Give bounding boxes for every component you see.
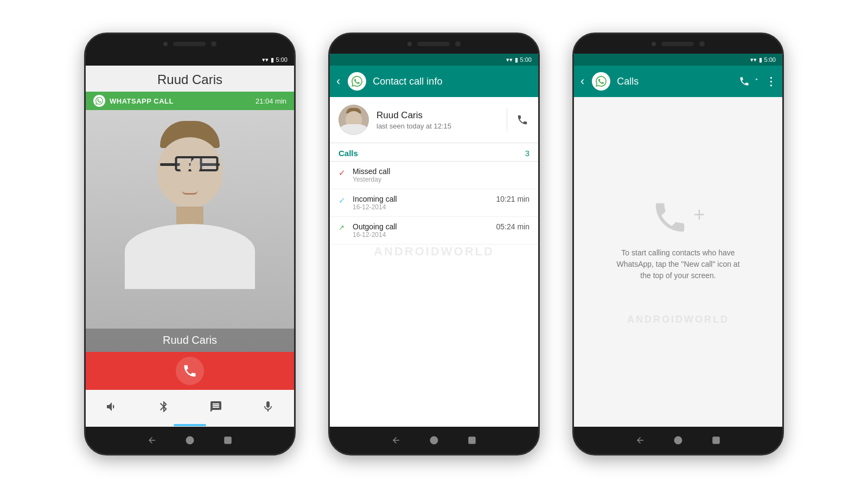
phone-1-top-bar: [86, 34, 294, 54]
time-2: 5:00: [520, 56, 532, 63]
home-nav-button-1[interactable]: [184, 434, 196, 446]
watermark-2: ANDROIDWORLD: [374, 245, 494, 259]
svg-point-2: [430, 436, 438, 444]
bluetooth-button[interactable]: [154, 396, 174, 417]
contact-name-overlay: Ruud Caris: [86, 329, 294, 352]
back-nav-button-2[interactable]: [390, 434, 402, 446]
whatsapp-icon-circle: [93, 95, 105, 107]
phone-3: ▾▾ ▮ 5:00 ‹ Calls + ⋮: [572, 33, 784, 455]
contact-photo: Ruud Caris: [86, 110, 294, 352]
home-nav-button-2[interactable]: [428, 434, 440, 446]
back-button-2[interactable]: ‹: [336, 74, 340, 88]
contact-info-header: ‹ Contact call info: [330, 66, 538, 97]
signal-icon-3: ▾▾: [750, 56, 757, 63]
phone-2-nav-bar: [330, 427, 538, 454]
calls-section: Calls 3 ✓ Missed call Yesterday ✓ Incomi…: [330, 143, 538, 427]
status-bar-2: ▾▾ ▮ 5:00: [330, 54, 538, 66]
svg-rect-5: [713, 437, 719, 444]
whatsapp-logo-2: [348, 72, 366, 91]
call-item-1-type: Missed call: [353, 167, 529, 176]
new-call-button[interactable]: [739, 76, 750, 87]
new-call-illustration: +: [651, 198, 705, 236]
front-camera-2: [455, 41, 461, 47]
back-nav-button-1[interactable]: [146, 434, 158, 446]
recents-nav-button-2[interactable]: [466, 434, 478, 446]
back-button-3[interactable]: ‹: [580, 74, 584, 88]
call-item-3-date: 16-12-2014: [353, 231, 496, 239]
face: [157, 137, 222, 208]
ear-right: [190, 159, 200, 174]
calls-list-title: Calls: [617, 76, 732, 87]
svg-point-0: [186, 436, 194, 444]
speaker-dot-3: [652, 42, 656, 46]
battery-icon-1: ▮: [271, 56, 274, 63]
phone-2-top-bar: [330, 34, 538, 54]
home-nav-button-3[interactable]: [672, 434, 684, 446]
status-bar-1: ▾▾ ▮ 5:00: [86, 54, 294, 66]
call-contact-name-top: Ruud Caris: [86, 66, 294, 92]
time-1: 5:00: [276, 56, 288, 63]
call-item-3-duration: 05:24 min: [496, 222, 529, 231]
call-item-3[interactable]: ↗ Outgoing call 16-12-2014 05:24 min: [330, 217, 538, 245]
svg-rect-1: [225, 437, 231, 444]
speaker-grille-2: [417, 42, 450, 46]
front-camera-3: [699, 41, 705, 47]
contact-details: Ruud Caris last seen today at 12:15: [376, 110, 501, 130]
contact-avatar-2: [339, 105, 369, 135]
call-item-1[interactable]: ✓ Missed call Yesterday: [330, 162, 538, 189]
back-nav-button-3[interactable]: [634, 434, 646, 446]
speaker-grille-3: [661, 42, 694, 46]
mute-button[interactable]: [258, 396, 278, 417]
speaker-dot-2: [407, 42, 412, 46]
call-item-2-details: Incoming call 16-12-2014: [353, 195, 496, 211]
nav-indicator: [174, 424, 206, 426]
call-contact-button[interactable]: [507, 108, 529, 131]
header-title-2: Contact call info: [373, 76, 532, 87]
phone-1-screen: ▾▾ ▮ 5:00 Ruud Caris WHATSAPP CALL 21:04…: [86, 54, 294, 427]
calls-section-title: Calls: [339, 149, 525, 158]
calls-list-header: ‹ Calls + ⋮: [574, 66, 782, 97]
front-camera: [211, 41, 216, 47]
phone-2: ▾▾ ▮ 5:00 ‹ Contact call info: [328, 33, 540, 455]
missed-call-icon: ✓: [339, 168, 347, 178]
whatsapp-call-bar: WHATSAPP CALL 21:04 min: [86, 92, 294, 110]
calls-empty-state: + To start calling contacts who have Wha…: [574, 97, 782, 427]
recents-nav-button-1[interactable]: [222, 434, 234, 446]
speaker-button[interactable]: [101, 396, 122, 417]
phone-1-nav-bar: [86, 427, 294, 454]
status-bar-3: ▾▾ ▮ 5:00: [574, 54, 782, 66]
call-item-3-details: Outgoing call 16-12-2014: [353, 222, 496, 239]
call-item-2-date: 16-12-2014: [353, 203, 496, 211]
call-duration: 21:04 min: [256, 97, 286, 105]
whatsapp-logo-3: [592, 72, 610, 91]
calls-section-header: Calls 3: [330, 143, 538, 162]
outgoing-call-icon: ↗: [339, 223, 347, 232]
contact-last-seen: last seen today at 12:15: [376, 122, 501, 130]
phone-3-screen: ▾▾ ▮ 5:00 ‹ Calls + ⋮: [574, 54, 782, 427]
empty-state-message: To start calling contacts who have Whats…: [613, 247, 743, 281]
call-item-1-date: Yesterday: [353, 176, 529, 183]
call-actions-bar: [86, 390, 294, 423]
chat-button[interactable]: [206, 396, 226, 417]
call-item-2-type: Incoming call: [353, 195, 496, 203]
svg-rect-3: [469, 437, 475, 444]
ear-left: [180, 159, 189, 174]
more-options-button[interactable]: ⋮: [765, 75, 776, 88]
speaker-dot: [163, 42, 168, 46]
calls-count: 3: [525, 149, 529, 158]
phone-2-screen: ▾▾ ▮ 5:00 ‹ Contact call info: [330, 54, 538, 427]
call-item-2[interactable]: ✓ Incoming call 16-12-2014 10:21 min: [330, 189, 538, 217]
smile: [182, 190, 198, 195]
contact-info-row: Ruud Caris last seen today at 12:15: [330, 97, 538, 143]
plus-symbol: +: [693, 203, 705, 226]
end-call-button[interactable]: [176, 357, 204, 385]
whatsapp-call-label: WHATSAPP CALL: [110, 97, 174, 105]
nav-indicator-bar: [86, 423, 294, 427]
incoming-call-icon: ✓: [339, 196, 347, 206]
battery-icon-3: ▮: [759, 56, 762, 63]
recents-nav-button-3[interactable]: [710, 434, 722, 446]
battery-icon-2: ▮: [515, 56, 518, 63]
time-3: 5:00: [764, 56, 776, 63]
contact-main-name: Ruud Caris: [376, 110, 501, 121]
call-item-3-type: Outgoing call: [353, 222, 496, 231]
